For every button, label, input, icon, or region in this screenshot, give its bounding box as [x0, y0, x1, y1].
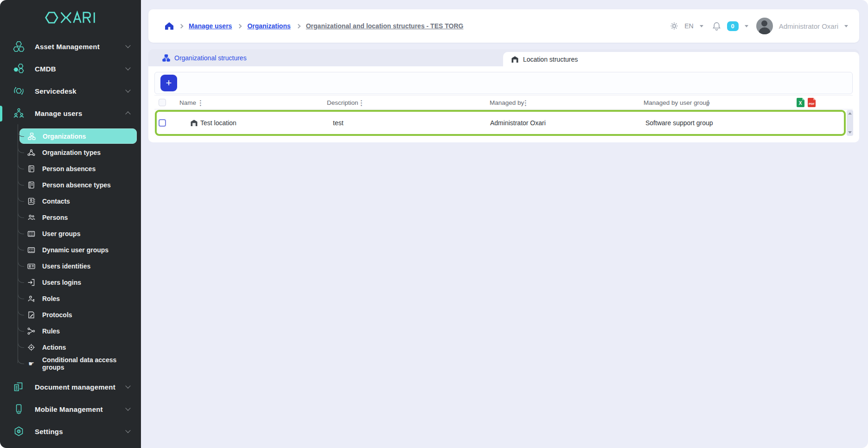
sidebar-item-document-management[interactable]: Document management: [0, 376, 141, 398]
app-window: OXARI Asset Management: [0, 0, 868, 448]
user-menu[interactable]: Administrator Oxari: [779, 22, 838, 30]
vertical-scrollbar[interactable]: [847, 110, 853, 136]
breadcrumb-separator-icon: [237, 24, 242, 28]
sidebar-item-persons[interactable]: Persons: [0, 209, 141, 225]
role-icon: [27, 294, 35, 302]
language-selector[interactable]: EN: [684, 22, 693, 30]
document-management-icon: [13, 381, 26, 392]
tab-location-structures[interactable]: Location structures: [503, 52, 859, 66]
column-header-description: Description: [327, 99, 358, 106]
sidebar-item-label: Persons: [42, 214, 68, 221]
sidebar-item-label: Organizations: [43, 133, 86, 140]
breadcrumb-link-organizations[interactable]: Organizations: [247, 22, 290, 30]
sidebar-item-contacts[interactable]: Contacts: [0, 193, 141, 209]
sidebar-item-roles[interactable]: Roles: [0, 290, 141, 307]
persons-icon: [27, 213, 35, 221]
login-icon: [27, 278, 35, 286]
chevron-down-icon: [125, 383, 130, 388]
breadcrumb-link-manage-users[interactable]: Manage users: [189, 22, 232, 30]
location-structures-panel: + Name ⋮ Description ⋮ Managed by ⋮ Mana…: [148, 66, 859, 142]
sidebar-item-organization-types[interactable]: Organization types: [0, 144, 141, 160]
chevron-down-icon[interactable]: [844, 25, 848, 27]
oxari-logo-icon: [39, 11, 102, 25]
chevron-down-icon: [125, 87, 130, 92]
warehouse-icon: [190, 119, 198, 127]
sidebar-item-rules[interactable]: Rules: [0, 323, 141, 339]
select-all-checkbox[interactable]: [159, 99, 166, 106]
table-toolbar: +: [154, 72, 853, 94]
sidebar-item-label: Users logins: [42, 279, 81, 286]
sidebar-item-label: Dynamic user groups: [42, 246, 108, 254]
sidebar-item-mobile-management[interactable]: Mobile Management: [0, 398, 141, 420]
sidebar-item-user-groups[interactable]: User groups: [0, 225, 141, 242]
sidebar-item-cmdb[interactable]: CMDB: [0, 58, 141, 80]
sidebar-item-organizations[interactable]: Organizations: [0, 128, 141, 144]
protocol-icon: [27, 311, 35, 319]
chevron-down-icon[interactable]: [700, 25, 703, 27]
sitemap-icon: [28, 132, 36, 140]
tab-organizational-structures[interactable]: Organizational structures: [162, 49, 247, 66]
avatar[interactable]: [756, 18, 773, 34]
sidebar-item-manage-users[interactable]: Manage users: [0, 102, 141, 124]
breadcrumb-separator-icon: [179, 24, 184, 28]
cmdb-icon: [13, 63, 26, 74]
table-row[interactable]: Test location test Administrator Oxari S…: [155, 110, 846, 136]
add-button[interactable]: +: [160, 75, 177, 91]
sidebar-item-users-logins[interactable]: Users logins: [0, 274, 141, 290]
bell-icon[interactable]: [712, 22, 721, 31]
sidebar-item-label: Person absence types: [42, 181, 111, 189]
pdf-export-icon[interactable]: PDF: [808, 98, 816, 107]
table-header-row: Name ⋮ Description ⋮ Managed by ⋮ Manage…: [154, 95, 853, 109]
warehouse-icon: [511, 56, 519, 63]
sidebar-item-label: User groups: [42, 230, 80, 237]
gear-icon[interactable]: [670, 22, 678, 30]
sidebar-item-label: Roles: [42, 295, 60, 302]
cell-managed-by: Administrator Oxari: [490, 119, 546, 127]
sidebar-item-conditional-data-access-groups[interactable]: ☛ Conditional data access groups: [0, 355, 141, 371]
sidebar-item-label: Conditional data access groups: [42, 356, 137, 371]
sidebar-item-label: Settings: [35, 428, 126, 435]
sidebar-item-users-identities[interactable]: Users identities: [0, 258, 141, 274]
sidebar-item-person-absences[interactable]: Person absences: [0, 160, 141, 177]
book-icon: [27, 181, 35, 189]
sidebar-item-settings[interactable]: Settings: [0, 420, 141, 442]
scroll-down-icon[interactable]: [848, 131, 852, 134]
cell-managed-by-user-group: Software support group: [645, 119, 713, 127]
oxari-logo: OXARI: [0, 0, 141, 35]
branch-icon: [27, 327, 35, 335]
breadcrumb-current: Organizational and location structures -…: [306, 22, 464, 30]
home-icon[interactable]: [165, 22, 173, 30]
top-header: Manage users Organizations Organizationa…: [148, 9, 859, 43]
excel-export-icon[interactable]: X: [797, 98, 804, 107]
notification-badge[interactable]: 0: [727, 21, 739, 31]
settings-icon: [13, 426, 26, 437]
id-card-icon: [27, 262, 35, 270]
manage-users-submenu: Organizations Organization types: [0, 124, 141, 376]
sidebar-item-label: Mobile Management: [35, 405, 126, 413]
column-menu-icon[interactable]: ⋮: [197, 99, 204, 106]
tab-label: Organizational structures: [174, 54, 247, 62]
sidebar-item-servicedesk[interactable]: Servicedesk: [0, 80, 141, 102]
book-icon: [27, 165, 35, 173]
sidebar-item-dynamic-user-groups[interactable]: Dynamic user groups: [0, 242, 141, 258]
sidebar-item-asset-management[interactable]: Asset Management: [0, 35, 141, 58]
column-menu-icon[interactable]: ⋮: [358, 99, 365, 106]
sidebar-item-label: Manage users: [35, 109, 126, 117]
sidebar: OXARI Asset Management: [0, 0, 141, 448]
row-checkbox[interactable]: [159, 119, 166, 127]
sidebar-item-label: Contacts: [42, 198, 70, 205]
sidebar-item-person-absence-types[interactable]: Person absence types: [0, 177, 141, 193]
column-header-managed-by-user-group: Managed by user group: [644, 99, 710, 106]
tab-bar: Organizational structures Location struc…: [148, 49, 859, 66]
column-menu-icon[interactable]: ⋮: [705, 99, 712, 106]
column-menu-icon[interactable]: ⋮: [522, 99, 529, 106]
sidebar-item-protocols[interactable]: Protocols: [0, 307, 141, 323]
sidebar-item-label: Servicedesk: [35, 87, 126, 95]
sidebar-item-label: Organization types: [42, 149, 101, 156]
scroll-up-icon[interactable]: [848, 112, 852, 115]
chevron-down-icon: [125, 65, 130, 70]
contact-card-icon: [27, 197, 35, 205]
tab-label: Location structures: [523, 56, 578, 63]
chevron-down-icon[interactable]: [745, 25, 748, 27]
sidebar-item-actions[interactable]: Actions: [0, 339, 141, 355]
